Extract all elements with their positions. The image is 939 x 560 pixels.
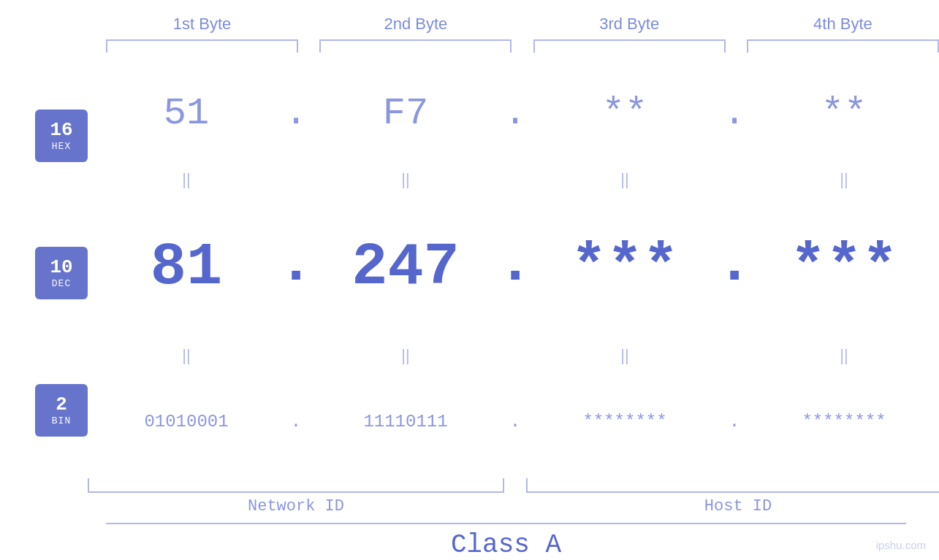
hex-b1: 51 [88,92,285,135]
hex-b2: F7 [307,92,504,135]
eq1-b2: || [307,167,504,192]
eq1-b3: || [526,167,723,192]
bin-sep2: . [504,412,526,431]
dec-sep3: . [723,230,745,305]
watermark: ipshu.com [876,539,926,551]
equals-row-2: || || || || [88,343,939,368]
dec-badge: 10 DEC [35,247,88,299]
bin-sep1: . [285,412,307,431]
network-id-label: Network ID [88,497,504,515]
dec-b3: *** [526,234,723,302]
class-label: Class A [451,530,561,560]
host-id-label: Host ID [526,497,939,515]
bin-badge-num: 2 [56,394,67,415]
dec-b2: 247 [307,234,504,302]
hex-b4: ** [745,92,939,135]
bin-b2: 11110111 [307,412,504,431]
eq2-b4: || [745,343,939,368]
hex-sep1: . [285,92,307,135]
byte1-header: 1st Byte [106,15,298,34]
byte4-header: 4th Byte [747,15,939,34]
bin-b3: ******** [526,412,723,431]
hex-value-row: 51 . F7 . ** . ** [88,60,939,167]
class-section: Class A [0,523,939,560]
values-area: 51 . F7 . ** . ** || || || || 81 [88,60,939,515]
hex-b3: ** [526,92,723,135]
bin-badge: 2 BIN [35,384,88,437]
eq1-b1: || [88,167,285,192]
bin-sep3: . [723,412,745,431]
hex-badge-label: HEX [52,141,71,152]
byte3-bracket [533,39,726,53]
dec-b1: 81 [88,234,285,302]
dec-sep1: . [285,230,307,305]
dec-badge-num: 10 [50,257,72,278]
eq2-b2: || [307,343,504,368]
eq1-b4: || [745,167,939,192]
hex-badge-num: 16 [50,120,72,141]
main-content: 16 HEX 10 DEC 2 BIN 51 . F7 . ** . ** [0,60,939,515]
hex-sep2: . [504,92,526,135]
bin-value-row: 01010001 . 11110111 . ******** . *******… [88,368,939,475]
byte-headers-row: 1st Byte 2nd Byte 3rd Byte 4th Byte [0,0,939,34]
dec-b4: *** [745,234,939,302]
bin-b1: 01010001 [88,412,285,431]
byte2-header: 2nd Byte [319,15,512,34]
eq2-b1: || [88,343,285,368]
byte4-bracket [747,39,939,53]
bin-b4: ******** [745,412,939,431]
eq2-b3: || [526,343,723,368]
main-container: 1st Byte 2nd Byte 3rd Byte 4th Byte 16 H… [0,0,939,560]
class-bracket-line [106,523,906,524]
hex-sep3: . [723,92,745,135]
header-brackets [0,39,939,53]
equals-row-1: || || || || [88,167,939,192]
byte3-header: 3rd Byte [533,15,726,34]
byte2-bracket [319,39,512,53]
badges-column: 16 HEX 10 DEC 2 BIN [0,60,88,515]
hex-badge: 16 HEX [35,110,88,162]
byte1-bracket [106,39,298,53]
dec-badge-label: DEC [52,278,71,289]
dec-value-row: 81 . 247 . *** . *** [88,192,939,342]
dec-sep2: . [504,230,526,305]
host-bracket [526,478,939,493]
class-label-row: Class A [106,530,906,560]
bottom-brackets [88,478,939,493]
id-labels-row: Network ID Host ID [88,497,939,515]
network-bracket [88,478,504,493]
bin-badge-label: BIN [52,415,71,426]
